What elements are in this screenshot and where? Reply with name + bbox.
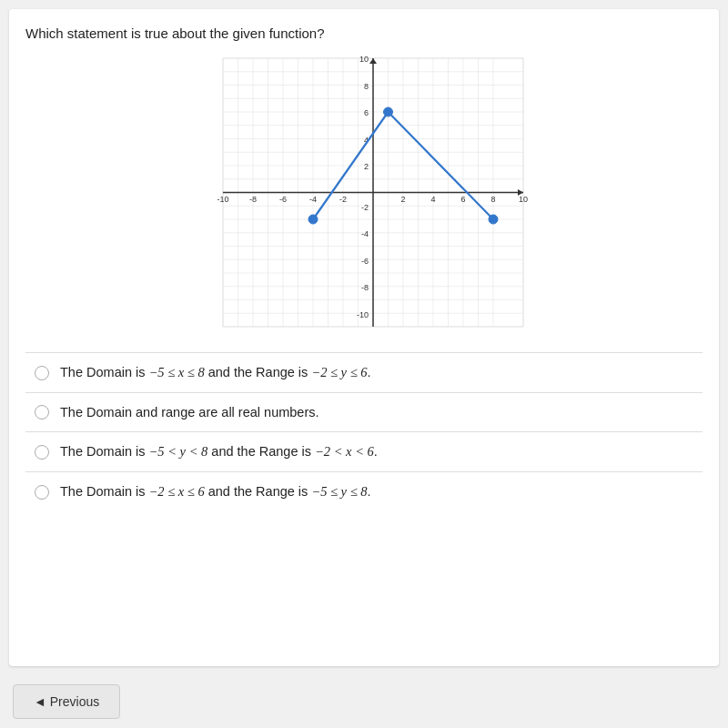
svg-text:-6: -6 [361,257,369,266]
option-a[interactable]: The Domain is −5 ≤ x ≤ 8 and the Range i… [25,353,703,393]
options-list: The Domain is −5 ≤ x ≤ 8 and the Range i… [25,352,703,655]
graph-area: -10 -8 -6 -4 -2 2 4 6 8 10 10 8 6 4 2 -2 [25,54,703,336]
svg-text:2: 2 [400,195,405,204]
radio-c[interactable] [35,445,49,460]
option-c-text: The Domain is −5 < y < 8 and the Range i… [60,444,378,460]
point-right [489,215,498,224]
radio-a[interactable] [35,366,49,380]
svg-text:6: 6 [460,195,465,204]
question-text: Which statement is true about the given … [25,25,703,41]
previous-button[interactable]: ◄ Previous [13,684,120,719]
svg-text:-8: -8 [361,283,369,292]
svg-text:8: 8 [364,82,369,91]
point-peak [384,107,393,116]
svg-text:10: 10 [359,55,369,64]
option-b[interactable]: The Domain and range are all real number… [25,393,703,432]
option-d[interactable]: The Domain is −2 ≤ x ≤ 6 and the Range i… [25,472,703,511]
radio-b[interactable] [35,405,49,420]
svg-text:8: 8 [490,195,495,204]
option-a-text: The Domain is −5 ≤ x ≤ 8 and the Range i… [60,365,371,380]
svg-text:2: 2 [364,162,369,171]
svg-text:-10: -10 [357,310,369,319]
svg-text:4: 4 [430,195,435,204]
option-c[interactable]: The Domain is −5 < y < 8 and the Range i… [25,432,703,472]
point-left [308,215,318,224]
svg-text:10: 10 [519,195,528,204]
option-d-text: The Domain is −2 ≤ x ≤ 6 and the Range i… [60,484,371,500]
function-graph: -10 -8 -6 -4 -2 2 4 6 8 10 10 8 6 4 2 -2 [196,54,532,336]
svg-text:-4: -4 [361,229,369,238]
option-b-text: The Domain and range are all real number… [60,405,319,420]
radio-d[interactable] [35,485,49,500]
svg-text:-10: -10 [217,195,228,204]
svg-text:-8: -8 [249,195,257,204]
svg-text:6: 6 [364,108,369,117]
bottom-bar: ◄ Previous [0,675,728,728]
svg-text:-6: -6 [279,195,287,204]
svg-text:-4: -4 [309,195,317,204]
svg-text:-2: -2 [361,203,369,212]
svg-text:-2: -2 [339,195,347,204]
